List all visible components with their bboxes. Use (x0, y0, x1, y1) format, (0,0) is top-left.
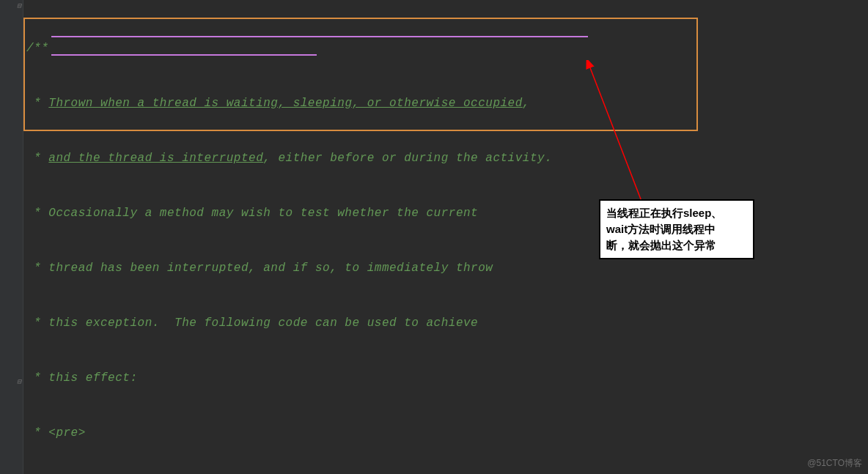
code-line: * this exception. The following code can… (26, 314, 868, 333)
fold-icon-collapse[interactable]: ⊟ (15, 3, 23, 10)
annotation-line: wait方法时调用线程中 (606, 221, 747, 237)
fold-icon-collapse[interactable]: ⊟ (15, 379, 23, 386)
annotation-line: 当线程正在执行sleep、 (606, 205, 747, 221)
code-line: * thread has been interrupted, and if so… (26, 259, 868, 278)
annotation-tooltip: 当线程正在执行sleep、 wait方法时调用线程中 断，就会抛出这个异常 (599, 199, 754, 259)
code-line: /** (26, 40, 868, 58)
annotation-line: 断，就会抛出这个异常 (606, 237, 747, 253)
editor-gutter: ⊟ ⊟ (0, 0, 23, 474)
watermark: @51CTO博客 (807, 457, 862, 470)
code-line: * and the thread is interrupted, either … (26, 149, 868, 168)
code-line: * <pre> (26, 424, 868, 442)
code-line: * this effect: (26, 369, 868, 388)
code-line: * Thrown when a thread is waiting, sleep… (26, 95, 868, 113)
